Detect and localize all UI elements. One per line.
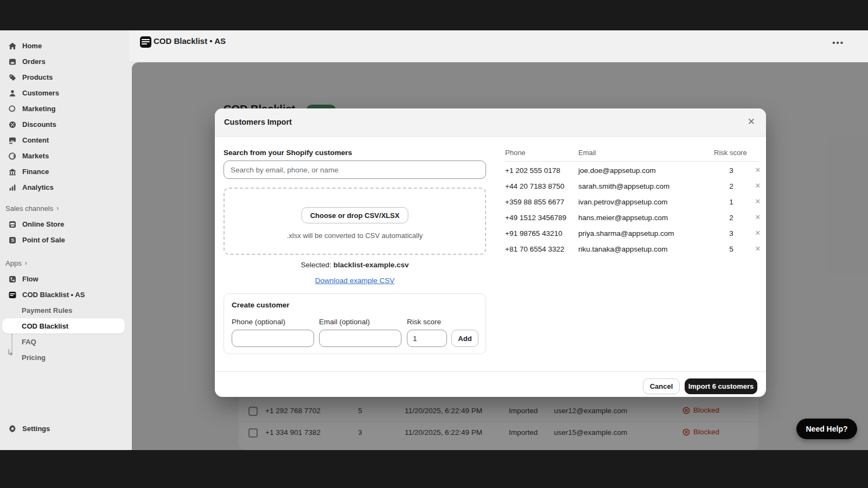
remove-row-icon[interactable]: ✕ xyxy=(754,229,762,237)
pos-icon: S xyxy=(8,235,17,245)
gear-icon xyxy=(8,424,17,433)
cell-score: 1 xyxy=(723,198,739,206)
sidebar-item-flow[interactable]: Flow xyxy=(2,271,125,287)
remove-row-icon[interactable]: ✕ xyxy=(754,245,762,253)
app-title: COD Blacklist • AS xyxy=(154,36,226,46)
need-help-button[interactable]: Need Help? xyxy=(796,419,857,439)
cell-phone: +1 202 555 0178 xyxy=(505,166,560,175)
sidebar-item-payment-rules[interactable]: Payment Rules xyxy=(2,303,125,318)
search-input[interactable] xyxy=(224,160,486,179)
risk-field-label: Risk score xyxy=(407,318,441,326)
sidebar-item-pricing[interactable]: Pricing xyxy=(2,350,125,365)
import-customers-button[interactable]: Import 6 customers xyxy=(685,378,757,394)
add-customer-button[interactable]: Add xyxy=(451,330,478,347)
sidebar-item-label: Markets xyxy=(22,152,49,160)
cell-email: riku.tanaka@appsetup.com xyxy=(578,245,668,253)
modal-header: Customers Import ✕ xyxy=(215,108,766,137)
chevron-right-icon: › xyxy=(56,204,59,212)
customers-icon xyxy=(8,88,17,98)
finance-icon xyxy=(8,167,17,176)
cell-email: joe.doe@appsetup.com xyxy=(578,166,656,175)
column-header-phone: Phone xyxy=(505,149,526,157)
sidebar-item-analytics[interactable]: Analytics xyxy=(2,179,125,195)
email-field[interactable] xyxy=(319,330,401,347)
sidebar-item-online-store[interactable]: Online Store xyxy=(2,216,125,232)
sidebar-item-marketing[interactable]: Marketing xyxy=(2,101,125,117)
sidebar-item-label: Analytics xyxy=(22,183,54,191)
sidebar-item-cod-blacklist-app[interactable]: COD Blacklist • AS xyxy=(2,287,125,303)
customers-import-modal: Customers Import ✕ Search from your Shop… xyxy=(215,108,766,397)
column-header-score: Risk score xyxy=(714,149,747,157)
chevron-right-icon: › xyxy=(25,259,27,267)
markets-icon: $ xyxy=(8,151,17,160)
csv-dropzone[interactable]: Choose or drop CSV/XLSX .xlsx will be co… xyxy=(224,188,486,255)
online-store-icon xyxy=(8,220,17,229)
cell-phone: +49 1512 3456789 xyxy=(505,214,566,222)
apps-heading[interactable]: Apps › xyxy=(5,257,27,269)
choose-file-button[interactable]: Choose or drop CSV/XLSX xyxy=(302,207,409,223)
ellipsis-icon[interactable]: ••• xyxy=(832,38,844,47)
selected-file-line: Selected: blacklist-example.csv xyxy=(224,261,486,269)
modal-footer-divider xyxy=(215,371,766,372)
analytics-icon xyxy=(8,183,17,192)
sidebar-item-home[interactable]: Home xyxy=(2,38,125,54)
sidebar-item-label: Settings xyxy=(22,425,50,433)
sidebar-item-label: COD Blacklist xyxy=(22,322,68,330)
marketing-icon xyxy=(8,104,17,113)
cod-app-icon xyxy=(8,290,17,299)
sidebar-item-label: Online Store xyxy=(22,220,64,228)
cell-score: 2 xyxy=(723,214,739,222)
sales-channels-label: Sales channels xyxy=(5,204,53,213)
bottom-black-bar xyxy=(0,450,868,488)
sidebar-item-markets[interactable]: $ Markets xyxy=(2,148,125,164)
selected-filename: blacklist-example.csv xyxy=(334,261,409,269)
sidebar-item-label: Pricing xyxy=(22,354,46,362)
sidebar-item-finance[interactable]: Finance xyxy=(2,164,125,179)
remove-row-icon[interactable]: ✕ xyxy=(754,166,762,174)
sidebar-item-products[interactable]: Products xyxy=(2,69,125,85)
sidebar-item-content[interactable]: Content xyxy=(2,132,125,148)
sidebar-item-point-of-sale[interactable]: S Point of Sale xyxy=(2,232,125,248)
products-icon xyxy=(8,73,17,82)
home-icon xyxy=(8,41,17,50)
cancel-button[interactable]: Cancel xyxy=(643,378,680,394)
column-header-email: Email xyxy=(578,149,596,157)
sidebar-item-label: Orders xyxy=(22,57,46,66)
cell-email: priya.sharma@appsetup.com xyxy=(578,229,674,237)
sales-channels-heading[interactable]: Sales channels › xyxy=(5,202,59,214)
top-black-bar xyxy=(0,0,868,30)
email-field-label: Email (optional) xyxy=(319,318,370,326)
close-icon[interactable]: ✕ xyxy=(748,117,755,127)
sidebar-item-label: FAQ xyxy=(22,338,36,346)
sidebar-item-faq[interactable]: FAQ xyxy=(2,334,125,349)
remove-row-icon[interactable]: ✕ xyxy=(754,182,762,190)
selected-label: Selected: xyxy=(301,261,331,269)
cell-score: 2 xyxy=(723,182,739,190)
sidebar-item-label: Payment Rules xyxy=(22,306,72,314)
dropzone-hint: .xlsx will be converted to CSV automatic… xyxy=(225,232,485,240)
search-section-label: Search from your Shopify customers xyxy=(224,149,352,157)
create-customer-card: Create customer Phone (optional) Email (… xyxy=(224,293,486,354)
sidebar-item-settings[interactable]: Settings xyxy=(2,421,125,436)
remove-row-icon[interactable]: ✕ xyxy=(754,197,762,206)
sidebar-item-customers[interactable]: Customers xyxy=(2,85,125,101)
sidebar-item-discounts[interactable]: Discounts xyxy=(2,117,125,132)
phone-field-label: Phone (optional) xyxy=(232,318,285,326)
sidebar-item-orders[interactable]: Orders xyxy=(2,54,125,69)
create-customer-title: Create customer xyxy=(232,301,290,309)
import-row: +359 88 855 6677 ivan.petrov@appsetup.co… xyxy=(505,194,763,210)
import-row: +81 70 6554 3322 riku.tanaka@appsetup.co… xyxy=(505,241,763,257)
apps-label: Apps xyxy=(5,259,22,267)
cell-phone: +44 20 7183 8750 xyxy=(505,182,564,190)
orders-icon xyxy=(8,57,17,66)
risk-score-field[interactable] xyxy=(407,330,447,347)
sidebar-item-label: Finance xyxy=(22,168,49,176)
cell-phone: +81 70 6554 3322 xyxy=(505,245,564,253)
sidebar-item-label: COD Blacklist • AS xyxy=(22,291,85,299)
app-logo-icon xyxy=(140,36,151,48)
phone-field[interactable] xyxy=(232,330,314,347)
remove-row-icon[interactable]: ✕ xyxy=(754,213,762,221)
sidebar-item-cod-blacklist[interactable]: COD Blacklist xyxy=(2,318,125,333)
cell-score: 5 xyxy=(723,245,739,253)
download-example-link[interactable]: Download example CSV xyxy=(224,277,486,285)
